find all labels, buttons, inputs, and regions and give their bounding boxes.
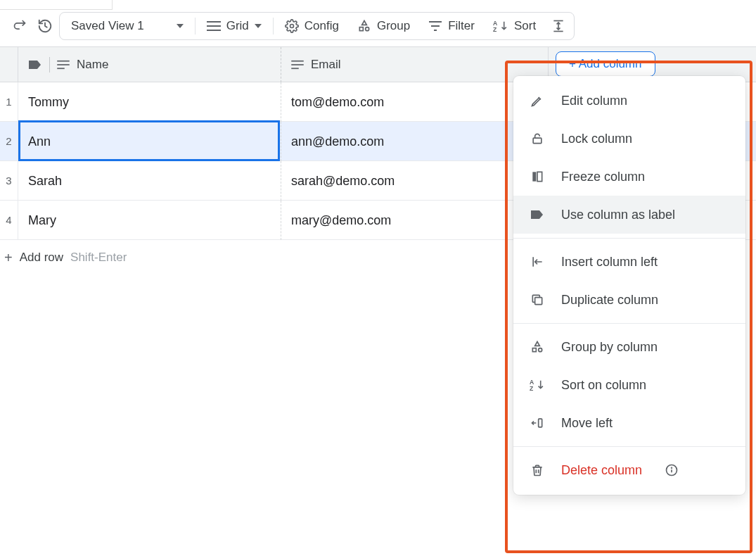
column-header-email[interactable]: Email: [281, 47, 549, 82]
toolbar-chipgroup: Saved View 1 Grid Config Group: [59, 12, 575, 40]
sort-icon: AZ: [529, 377, 546, 393]
menu-lock-column[interactable]: Lock column: [513, 120, 745, 158]
menu-item-label: Insert column left: [561, 255, 658, 270]
sort-chip[interactable]: AZ Sort: [486, 13, 543, 39]
view-selector-label: Saved View 1: [71, 19, 144, 33]
cell-name[interactable]: Ann: [18, 122, 281, 161]
menu-item-label: Use column as label: [561, 208, 675, 222]
svg-point-3: [290, 25, 293, 28]
divider: [273, 18, 274, 34]
svg-point-25: [539, 348, 542, 352]
svg-rect-19: [533, 138, 542, 144]
tab-stub: [0, 0, 113, 10]
column-header-email-label: Email: [311, 58, 341, 72]
group-icon: [529, 339, 546, 355]
menu-delete-column[interactable]: Delete column: [513, 451, 745, 489]
column-context-menu: Edit column Lock column Freeze column Us…: [513, 76, 745, 495]
column-header-name[interactable]: Name: [18, 47, 281, 82]
svg-rect-23: [535, 298, 542, 305]
density-chip[interactable]: [547, 13, 570, 39]
svg-point-5: [366, 27, 369, 31]
menu-item-label: Lock column: [561, 132, 632, 146]
text-icon: [57, 60, 70, 70]
view-selector[interactable]: Saved View 1: [64, 13, 191, 39]
menu-group-by[interactable]: Group by column: [513, 328, 745, 366]
cell-email[interactable]: sarah@demo.com: [281, 161, 549, 201]
lock-icon: [529, 130, 546, 147]
cell-name[interactable]: Mary: [18, 201, 281, 240]
layout-label: Grid: [226, 19, 249, 33]
menu-divider: [513, 323, 745, 324]
trash-icon: [529, 462, 546, 479]
label-column-icon: [28, 59, 42, 70]
info-icon[interactable]: [665, 463, 679, 477]
text-icon: [291, 60, 304, 70]
cell-email[interactable]: tom@demo.com: [281, 82, 549, 122]
freeze-icon: [529, 168, 546, 185]
cell-email[interactable]: ann@demo.com: [281, 122, 549, 161]
row-number-header: [0, 47, 18, 82]
sort-icon: AZ: [493, 20, 508, 32]
menu-divider: [513, 446, 745, 447]
menu-use-as-label[interactable]: Use column as label: [513, 196, 745, 234]
history-icon[interactable]: [34, 15, 56, 37]
label-icon: [529, 206, 546, 223]
menu-sort-on[interactable]: AZ Sort on column: [513, 366, 745, 404]
add-row-button[interactable]: + Add row Shift-Enter: [0, 240, 127, 275]
column-header-name-label: Name: [77, 58, 108, 72]
add-column-button[interactable]: + Add column: [556, 51, 655, 77]
cell-name[interactable]: Tommy: [18, 82, 281, 122]
cell-name[interactable]: Sarah: [18, 161, 281, 201]
menu-item-label: Freeze column: [561, 170, 645, 184]
menu-item-label: Group by column: [561, 340, 658, 355]
svg-point-31: [672, 467, 672, 468]
toolbar: Saved View 1 Grid Config Group: [0, 10, 756, 42]
row-number: 3: [0, 161, 18, 200]
menu-edit-column[interactable]: Edit column: [513, 82, 745, 120]
group-label: Group: [377, 19, 410, 33]
svg-text:Z: Z: [530, 385, 534, 391]
group-icon: [357, 19, 371, 33]
cell-email[interactable]: mary@demo.com: [281, 201, 549, 240]
chevron-down-icon: [177, 24, 184, 28]
menu-item-label: Sort on column: [561, 378, 646, 393]
svg-text:Z: Z: [493, 26, 497, 32]
move-left-icon: [529, 415, 546, 431]
pencil-icon: [529, 92, 546, 109]
svg-rect-24: [532, 348, 536, 352]
row-number: 4: [0, 201, 18, 239]
insert-left-icon: [529, 253, 546, 270]
filter-label: Filter: [448, 19, 475, 33]
group-chip[interactable]: Group: [350, 13, 417, 39]
divider: [49, 57, 50, 72]
sort-label: Sort: [514, 19, 536, 33]
svg-rect-28: [539, 419, 542, 427]
svg-rect-20: [532, 172, 536, 181]
grid-icon: [207, 20, 221, 32]
filter-chip[interactable]: Filter: [421, 13, 482, 39]
add-row-hint: Shift-Enter: [70, 251, 127, 265]
row-number: 1: [0, 82, 18, 121]
plus-icon: +: [4, 250, 13, 266]
row-number: 2: [0, 122, 18, 160]
menu-insert-left[interactable]: Insert column left: [513, 243, 745, 281]
filter-icon: [428, 20, 442, 32]
svg-rect-4: [359, 27, 363, 31]
menu-move-left[interactable]: Move left: [513, 404, 745, 442]
chevron-down-icon: [255, 24, 262, 28]
layout-selector[interactable]: Grid: [200, 13, 269, 39]
menu-divider: [513, 238, 745, 239]
menu-duplicate[interactable]: Duplicate column: [513, 281, 745, 319]
config-chip[interactable]: Config: [278, 13, 346, 39]
row-height-icon: [551, 19, 565, 33]
menu-freeze-column[interactable]: Freeze column: [513, 158, 745, 196]
add-row-label: Add row: [20, 251, 63, 265]
menu-item-label: Duplicate column: [561, 293, 658, 308]
menu-item-label: Delete column: [561, 463, 642, 478]
svg-rect-21: [537, 172, 542, 181]
add-column-label: + Add column: [569, 57, 642, 71]
redo-icon[interactable]: [8, 15, 31, 37]
config-label: Config: [305, 19, 339, 33]
duplicate-icon: [529, 291, 546, 308]
divider: [195, 18, 196, 34]
